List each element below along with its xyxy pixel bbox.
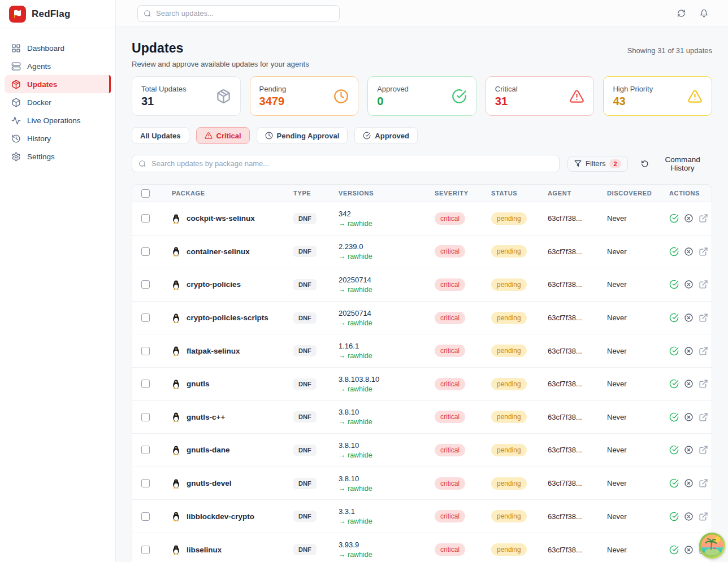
row-checkbox[interactable] [141,479,150,487]
approve-button[interactable] [669,478,679,488]
approve-button[interactable] [669,545,679,555]
table-header-row: PACKAGETYPEVERSIONSSEVERITYSTATUSAGENTDI… [132,185,712,202]
status-badge: pending [491,345,527,357]
x-circle-icon [684,545,694,555]
approve-button[interactable] [669,412,679,422]
dismiss-button[interactable] [684,214,694,223]
row-checkbox[interactable] [141,413,150,421]
external-link-icon [699,478,708,488]
open-details-button[interactable] [699,512,708,521]
filter-tab-pending-approval[interactable]: Pending Approval [257,127,348,144]
table-row: gnutls-c++ DNF 3.8.10 → rawhide critical… [132,401,712,434]
linux-penguin-icon [172,412,180,422]
command-history-button[interactable]: Command History [641,155,712,172]
open-details-button[interactable] [699,346,708,356]
notifications-button[interactable] [699,8,709,19]
sidebar-item-label: Updates [27,80,57,89]
discovered-value: Never [600,380,662,388]
type-badge: DNF [293,478,317,489]
package-name: flatpak-selinux [187,347,240,355]
approve-button[interactable] [669,445,679,455]
select-all-checkbox[interactable] [141,189,150,198]
table-body: cockpit-ws-selinux DNF 342 → rawhide cri… [132,202,712,562]
sidebar-item-live-operations[interactable]: Live Operations [5,111,111,129]
open-details-button[interactable] [699,379,708,389]
island-badge-icon[interactable] [699,532,726,559]
x-circle-icon [684,412,694,422]
row-checkbox[interactable] [141,546,150,554]
stat-value: 0 [377,95,409,108]
sidebar-item-docker[interactable]: Docker [5,93,111,111]
open-details-button[interactable] [699,412,708,422]
search-icon [138,160,146,168]
dismiss-button[interactable] [684,379,694,389]
open-details-button[interactable] [699,280,708,289]
current-version: 3.93.9 [339,541,428,549]
external-link-icon [699,412,708,422]
page-title: Updates [132,41,183,56]
row-checkbox[interactable] [141,280,150,289]
package-name: crypto-policies [187,280,241,289]
dismiss-button[interactable] [684,313,694,323]
linux-penguin-icon [172,313,180,323]
agent-id: 63cf7f38... [541,247,600,256]
dismiss-button[interactable] [684,478,694,488]
row-checkbox[interactable] [141,313,150,322]
target-version: → rawhide [339,385,428,393]
sidebar-item-settings[interactable]: Settings [5,147,111,165]
filters-button[interactable]: Filters 2 [567,156,628,172]
x-circle-icon [684,313,694,323]
sidebar-item-dashboard[interactable]: Dashboard [5,39,111,57]
row-checkbox[interactable] [141,512,150,521]
linux-penguin-icon [172,478,180,489]
approve-button[interactable] [669,313,679,323]
dismiss-button[interactable] [684,545,694,555]
sidebar-item-agents[interactable]: Agents [5,57,111,75]
approve-button[interactable] [669,214,679,223]
dismiss-button[interactable] [684,247,694,256]
open-details-button[interactable] [699,247,708,256]
dismiss-button[interactable] [684,512,694,521]
filter-tab-approved[interactable]: Approved [354,127,418,144]
package-search-input[interactable] [151,159,553,168]
row-checkbox[interactable] [141,214,150,223]
linux-penguin-icon [172,445,180,455]
sidebar-item-history[interactable]: History [5,129,111,147]
linux-penguin-icon [172,544,180,555]
row-checkbox[interactable] [141,347,150,355]
open-details-button[interactable] [699,313,708,323]
clock-icon [333,89,349,104]
agent-id: 63cf7f38... [541,347,600,355]
global-search-input[interactable] [156,9,333,18]
dismiss-button[interactable] [684,280,694,289]
current-version: 2.239.0 [339,242,428,251]
target-version: → rawhide [339,352,428,360]
approve-button[interactable] [669,512,679,521]
sidebar-item-label: History [27,134,51,143]
open-details-button[interactable] [699,214,708,223]
row-checkbox[interactable] [141,446,150,454]
filter-tab-critical[interactable]: Critical [196,127,250,144]
row-checkbox[interactable] [141,247,150,256]
stat-label: Pending [259,85,287,93]
dismiss-button[interactable] [684,412,694,422]
dismiss-button[interactable] [684,346,694,356]
approve-button[interactable] [669,247,679,256]
approve-button[interactable] [669,379,679,389]
sidebar-item-updates[interactable]: Updates [5,75,111,93]
approve-button[interactable] [669,346,679,356]
stat-value: 31 [495,95,518,108]
approve-button[interactable] [669,280,679,289]
open-details-button[interactable] [699,445,708,455]
column-header-status: STATUS [484,190,541,197]
command-history-label: Command History [653,155,712,172]
triangle-alert-icon [205,132,213,140]
filter-tab-all-updates[interactable]: All Updates [132,127,189,144]
refresh-button[interactable] [676,8,687,19]
target-version: → rawhide [339,451,428,459]
dismiss-button[interactable] [684,445,694,455]
history-icon [641,160,649,168]
row-checkbox[interactable] [141,380,150,388]
open-details-button[interactable] [699,478,708,488]
table-row: crypto-policies-scripts DNF 20250714 → r… [132,302,712,335]
